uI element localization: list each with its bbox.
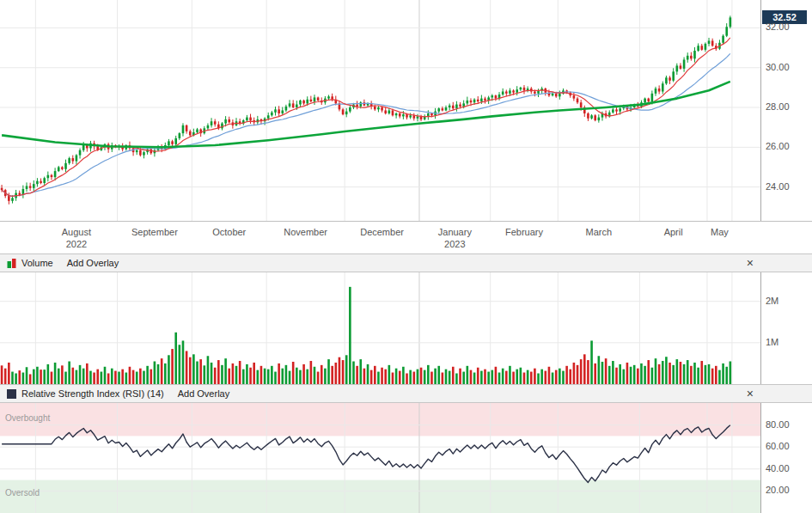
rsi-axis-gutter: 80.0060.0040.0020.00 [760,403,812,513]
volume-close-button[interactable]: × [747,257,754,269]
axis-tick-label: 32.00 [766,21,790,32]
month-label: January [416,227,493,237]
axis-tick-label: 80.00 [766,419,790,430]
rsi-panel-header: Relative Strength Index (RSI) (14) Add O… [0,384,812,403]
price-panel: 32.52 32.0030.0028.0026.0024.00 [0,0,812,221]
month-label: February [485,227,563,237]
volume-panel-header: Volume Add Overlay × [0,253,812,272]
axis-tick-label: 1M [766,337,778,347]
overbought-label: Overbought [5,413,50,423]
oversold-label: Oversold [5,488,40,498]
year-label: 2022 [38,239,115,249]
date-axis: August2022SeptemberOctoberNovemberDecemb… [0,221,812,253]
axis-tick-label: 60.00 [766,441,790,451]
year-label: 2023 [416,239,493,249]
month-label: September [116,227,193,237]
stock-chart: 32.52 32.0030.0028.0026.0024.00 August20… [0,0,812,513]
volume-legend-icon [7,259,16,268]
volume-panel-title: Volume [21,258,53,268]
rsi-panel-title: Relative Strength Index (RSI) (14) [21,388,164,399]
month-label: August [38,227,115,237]
volume-add-overlay-button[interactable]: Add Overlay [67,258,119,268]
price-plot [0,0,760,221]
axis-tick-label: 2M [766,296,778,306]
month-label: November [267,227,345,237]
rsi-add-overlay-button[interactable]: Add Overlay [178,388,230,399]
axis-tick-label: 40.00 [766,463,790,473]
axis-tick-label: 24.00 [766,181,790,192]
volume-axis-gutter: 2M1M [760,272,812,384]
month-label: October [191,227,268,237]
month-label: May [681,227,758,237]
axis-tick-label: 26.00 [766,141,790,151]
rsi-plot [0,403,760,513]
rsi-close-button[interactable]: × [747,388,754,400]
volume-plot [0,272,760,384]
volume-panel: 2M1M [0,272,812,384]
axis-tick-label: 30.00 [766,62,790,72]
axis-tick-label: 20.00 [766,485,790,495]
month-label: March [560,227,638,237]
rsi-panel: 80.0060.0040.0020.00 Overbought Oversold [0,403,812,513]
price-axis-gutter: 32.52 32.0030.0028.0026.0024.00 [760,0,812,221]
rsi-legend-icon [7,389,16,399]
axis-tick-label: 28.00 [766,101,790,112]
month-label: December [344,227,421,237]
